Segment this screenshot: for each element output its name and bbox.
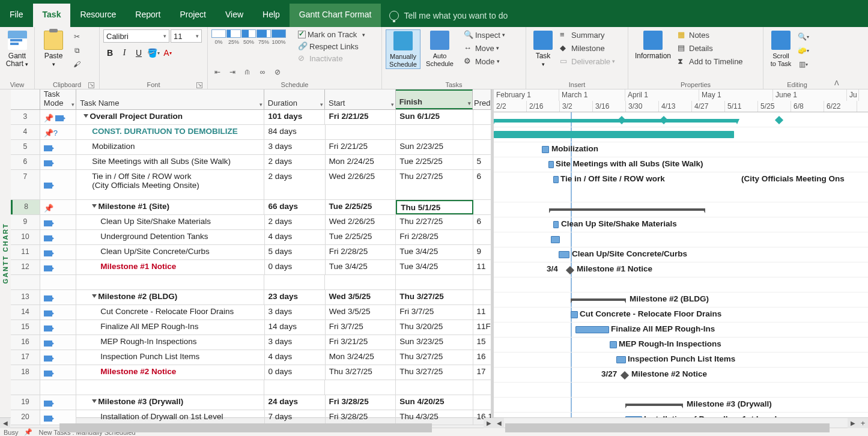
col-start[interactable]: Start▾ <box>325 89 396 109</box>
table-row[interactable]: 10 Underground Detention Tanks 4 days Tu… <box>11 230 491 245</box>
table-row[interactable]: 9 Clean Up Site/Shake Materials 2 days W… <box>11 215 491 230</box>
tab-help[interactable]: Help <box>253 4 290 27</box>
gantt-bar[interactable] <box>549 208 705 211</box>
tab-view[interactable]: View <box>216 4 253 27</box>
gantt-bar[interactable] <box>551 236 560 243</box>
table-row[interactable]: 13 Milestone #2 (BLDG) 23 days Wed 3/5/2… <box>11 290 491 305</box>
font-name-combo[interactable]: Calibri▾ <box>103 29 169 43</box>
font-color-button[interactable]: A▾ <box>161 46 174 59</box>
gantt-bar[interactable] <box>494 131 734 138</box>
gantt-bar[interactable] <box>559 251 569 258</box>
auto-schedule-button[interactable]: Auto Schedule <box>423 29 457 68</box>
task-insert-button[interactable]: Task▾ <box>530 29 556 68</box>
tab-file[interactable]: File <box>0 4 33 27</box>
link-tasks-button[interactable]: ∞ <box>256 66 269 78</box>
information-button[interactable]: Information <box>632 29 674 60</box>
tab-report[interactable]: Report <box>126 4 170 27</box>
pct-25%[interactable]: 25% <box>226 29 241 64</box>
pct-50%[interactable]: 50% <box>241 29 256 64</box>
mode-button[interactable]: ⚙Mode ▾ <box>463 56 506 67</box>
milestone-button[interactable]: ◆Milestone <box>559 43 616 53</box>
gantt-bar[interactable] <box>494 119 737 123</box>
col-name[interactable]: Task Name▾ <box>76 89 264 109</box>
format-painter-button[interactable]: 🖌 <box>71 58 83 70</box>
collapse-icon[interactable] <box>92 294 97 298</box>
add-button[interactable]: + <box>858 418 868 428</box>
table-row[interactable]: 4 📌? CONST. DURATIUON TO DEMOBILIZE 84 d… <box>11 125 491 140</box>
table-row[interactable] <box>11 380 491 395</box>
gantt-bar[interactable] <box>553 176 559 183</box>
tab-resource[interactable]: Resource <box>70 4 126 27</box>
tab-project[interactable]: Project <box>170 4 216 27</box>
table-row[interactable] <box>11 275 491 290</box>
gantt-bar[interactable] <box>616 356 626 363</box>
gantt-bar[interactable] <box>575 326 609 333</box>
underline-button[interactable]: U <box>132 46 145 59</box>
outdent-button[interactable]: ⇤ <box>211 66 223 78</box>
table-row[interactable]: 17 Inspection Punch List Items 4 days Mo… <box>11 350 491 365</box>
notes-button[interactable]: ▦Notes <box>676 29 744 40</box>
add-timeline-button[interactable]: ⧗Add to Timeline <box>676 56 744 67</box>
unlink-button[interactable]: ⊘ <box>272 66 284 78</box>
collapse-icon[interactable] <box>92 204 97 208</box>
bold-button[interactable]: B <box>103 46 117 59</box>
gantt-bar[interactable] <box>625 416 642 417</box>
copy-button[interactable]: ⧉ <box>71 44 83 56</box>
table-row[interactable]: 19 Milestone #3 (Drywall) 24 days Fri 3/… <box>11 395 491 410</box>
col-duration[interactable]: Duration▾ <box>264 89 325 109</box>
table-row[interactable]: 12 Milestone #1 Notice 0 days Tue 3/4/25… <box>11 260 491 275</box>
col-finish[interactable]: Finish▾ <box>396 89 473 109</box>
font-size-combo[interactable]: 11▾ <box>171 29 202 43</box>
gantt-bar[interactable] <box>625 404 683 406</box>
table-row[interactable]: 6 Site Meetings with all Subs (Site Walk… <box>11 155 491 170</box>
gantt-chart-button[interactable]: Gantt Chart ▾ <box>4 29 31 68</box>
table-row[interactable]: 15 Finalize All MEP Rough-Ins 14 days Fr… <box>11 320 491 335</box>
scroll-right[interactable]: ▶ <box>484 418 494 428</box>
indent-button[interactable]: ⇥ <box>226 66 238 78</box>
move-button[interactable]: ↔Move ▾ <box>463 43 506 53</box>
table-row[interactable]: 18 Milestone #2 Notice 0 days Thu 3/27/2… <box>11 365 491 380</box>
inactivate-button[interactable]: ⊘Inactivate <box>297 53 366 64</box>
gantt-bar[interactable] <box>610 341 617 348</box>
tab-gantt-chart-format[interactable]: Gantt Chart Format <box>290 4 381 27</box>
table-row[interactable]: 14 Cut Concrete - Relocate Floor Drains … <box>11 305 491 320</box>
italic-button[interactable]: I <box>118 46 131 59</box>
scroll-to-task-button[interactable]: Scroll to Task <box>767 29 795 68</box>
tab-task[interactable]: Task <box>33 4 71 27</box>
collapse-ribbon[interactable]: ᐱ <box>831 79 843 87</box>
pct-75%[interactable]: 75% <box>256 29 271 64</box>
pct-100%[interactable]: 100% <box>272 29 286 64</box>
table-row[interactable]: 7 Tie in / Off Site / ROW work (City Off… <box>11 170 491 200</box>
deliverable-button[interactable]: ▭Deliverable ▾ <box>559 56 616 67</box>
table-row[interactable]: 3 📌 Overall Project Duration 101 days Fr… <box>11 110 491 125</box>
fill-color-button[interactable]: 🪣▾ <box>147 46 160 59</box>
col-mode[interactable]: Task Mode▾ <box>40 89 76 109</box>
task-grid[interactable]: Task Mode▾ Task Name▾ Duration▾ Start▾ F… <box>11 89 494 417</box>
mark-on-track-button[interactable]: Mark on Track ▾ <box>297 29 366 40</box>
gantt-bar[interactable] <box>542 146 549 153</box>
collapse-icon[interactable] <box>83 114 88 118</box>
clear-button[interactable]: 🧽▾ <box>797 44 809 56</box>
find-button[interactable]: 🔍▾ <box>797 31 809 43</box>
pct-0%[interactable]: 0% <box>211 29 226 64</box>
details-button[interactable]: ▤Details <box>676 43 744 53</box>
respect-links-button[interactable]: 🔗Respect Links <box>297 41 366 52</box>
paste-button[interactable]: Paste▾ <box>38 29 68 68</box>
gantt-bar[interactable] <box>571 298 626 301</box>
collapse-icon[interactable] <box>92 399 97 403</box>
cut-button[interactable]: ✂ <box>71 31 83 43</box>
inspect-button[interactable]: 🔍Inspect ▾ <box>463 29 506 40</box>
gantt-bar[interactable] <box>553 221 559 228</box>
summary-button[interactable]: ≡Summary <box>559 29 616 40</box>
scroll-left-2[interactable]: ◀ <box>494 418 504 428</box>
scroll-right-2[interactable]: ▶ <box>848 418 858 428</box>
fill-button[interactable]: ▥▾ <box>797 58 809 70</box>
table-row[interactable]: 11 Clean Up/Site Concrete/Curbs 5 days F… <box>11 245 491 260</box>
manually-schedule-button[interactable]: Manually Schedule <box>386 29 420 69</box>
clipboard-launcher[interactable]: ↘ <box>88 82 94 88</box>
col-pred[interactable]: Pred <box>473 89 491 109</box>
font-launcher[interactable]: ↘ <box>196 82 202 88</box>
table-row[interactable]: 16 MEP Rough-In Inspections 3 days Fri 3… <box>11 335 491 350</box>
scroll-left[interactable]: ◀ <box>0 418 10 428</box>
table-row[interactable]: 5 Mobilization 3 days Fri 2/21/25 Sun 2/… <box>11 140 491 155</box>
